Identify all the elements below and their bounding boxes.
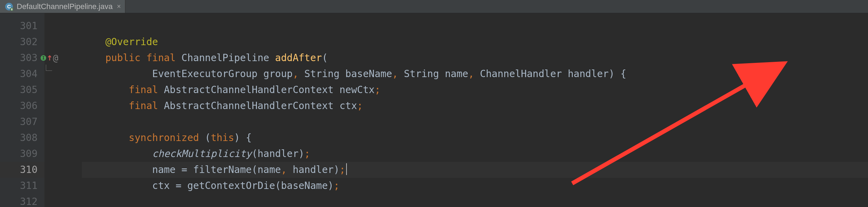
code-line[interactable]: ctx = getContextOrDie(baseName); — [82, 178, 868, 194]
code-line[interactable]: public final ChannelPipeline addAfter( — [82, 50, 868, 66]
text-caret — [346, 163, 347, 175]
line-number: 308 — [0, 130, 44, 146]
line-number: 307 — [0, 114, 44, 130]
fold-region-icon[interactable] — [46, 65, 52, 71]
line-number: 301 — [0, 18, 44, 34]
code-line[interactable]: EventExecutorGroup group, String baseNam… — [82, 66, 868, 82]
code-line[interactable]: synchronized (this) { — [82, 130, 868, 146]
line-number: 312 — [0, 194, 44, 207]
line-number: 305 — [0, 82, 44, 98]
editor: 301302303I@304305306307308309310311312 @… — [0, 13, 868, 207]
line-number: 304 — [0, 66, 44, 82]
code-line[interactable]: checkMultiplicity(handler); — [82, 146, 868, 162]
code-line[interactable]: @Override — [82, 34, 868, 50]
code-line[interactable] — [82, 18, 868, 34]
line-number: 302 — [0, 34, 44, 50]
tab-bar: C DefaultChannelPipeline.java × — [0, 0, 868, 13]
line-number: 311 — [0, 178, 44, 194]
code-line[interactable] — [82, 114, 868, 130]
code-line[interactable] — [82, 194, 868, 207]
code-line[interactable]: final AbstractChannelHandlerContext ctx; — [82, 98, 868, 114]
file-tab[interactable]: C DefaultChannelPipeline.java × — [0, 0, 125, 13]
code-line[interactable]: final AbstractChannelHandlerContext newC… — [82, 82, 868, 98]
line-number: 303I@ — [0, 50, 44, 66]
close-tab-icon[interactable]: × — [116, 2, 122, 10]
fold-strip — [44, 13, 58, 207]
line-number: 310 — [0, 162, 44, 178]
line-number: 306 — [0, 98, 44, 114]
code-line[interactable]: name = filterName(name, handler); — [82, 162, 868, 178]
line-number-gutter: 301302303I@304305306307308309310311312 — [0, 13, 44, 207]
svg-rect-3 — [11, 8, 12, 10]
file-tab-label: DefaultChannelPipeline.java — [17, 2, 112, 11]
line-number: 309 — [0, 146, 44, 162]
java-class-icon: C — [5, 2, 13, 11]
code-area[interactable]: @Override public final ChannelPipeline a… — [44, 13, 868, 207]
